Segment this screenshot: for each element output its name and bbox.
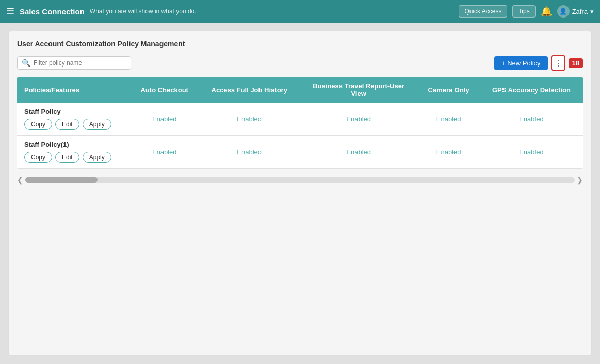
user-chevron-icon: ▾ xyxy=(590,8,594,15)
col-access-full-job-history: Access Full Job History xyxy=(199,77,300,103)
page-title: User Account Customization Policy Manage… xyxy=(17,40,583,48)
policy-value-cell: Enabled xyxy=(480,136,583,169)
col-auto-checkout: Auto Checkout xyxy=(130,77,199,103)
new-policy-button[interactable]: + New Policy xyxy=(494,56,548,70)
toolbar-right: + New Policy ⋮ 18 xyxy=(494,55,583,71)
main-wrapper: User Account Customization Policy Manage… xyxy=(0,23,600,364)
edit-button[interactable]: Edit xyxy=(55,119,79,130)
user-name: Zafra xyxy=(572,8,588,15)
horizontal-scrollbar: ❮ ❯ xyxy=(17,174,583,186)
table-row: Staff Policy(1)CopyEditApplyEnabledEnabl… xyxy=(17,136,583,169)
scroll-left-icon[interactable]: ❮ xyxy=(17,176,23,184)
tips-button[interactable]: Tips xyxy=(512,5,535,18)
col-gps-accuracy-detection: GPS Accuracy Detection xyxy=(480,77,583,103)
table-row: Staff PolicyCopyEditApplyEnabledEnabledE… xyxy=(17,103,583,136)
scroll-track[interactable] xyxy=(25,177,575,183)
menu-icon[interactable]: ☰ xyxy=(6,6,14,17)
policy-name-cell: Staff Policy(1)CopyEditApply xyxy=(17,136,130,169)
page-card: User Account Customization Policy Manage… xyxy=(8,31,592,356)
scroll-right-icon[interactable]: ❯ xyxy=(577,176,583,184)
quick-access-button[interactable]: Quick Access xyxy=(459,5,507,18)
policy-value-cell: Enabled xyxy=(480,103,583,136)
search-icon: 🔍 xyxy=(22,59,30,67)
policy-value-cell: Enabled xyxy=(418,103,480,136)
col-business-travel-report: Business Travel Report-UserView xyxy=(300,77,418,103)
policy-table: Policies/Features Auto Checkout Access F… xyxy=(17,77,583,169)
policy-value-cell: Enabled xyxy=(199,103,300,136)
table-header-row: Policies/Features Auto Checkout Access F… xyxy=(17,77,583,103)
scroll-thumb xyxy=(25,177,98,183)
col-policies-features: Policies/Features xyxy=(17,77,130,103)
more-options-button[interactable]: ⋮ xyxy=(551,55,565,71)
action-button-group: CopyEditApply xyxy=(24,119,123,130)
policy-value-cell: Enabled xyxy=(300,103,418,136)
copy-button[interactable]: Copy xyxy=(24,119,52,130)
user-menu[interactable]: 👤 Zafra ▾ xyxy=(557,5,594,18)
policy-name-label: Staff Policy xyxy=(24,108,123,115)
nav-tagline: What you are will show in what you do. xyxy=(90,8,454,15)
edit-button[interactable]: Edit xyxy=(55,152,79,163)
top-navigation: ☰ Sales Connection What you are will sho… xyxy=(0,0,600,23)
nav-right-section: Quick Access Tips 🔔 👤 Zafra ▾ xyxy=(459,5,594,18)
count-badge: 18 xyxy=(569,58,583,68)
policy-value-cell: Enabled xyxy=(300,136,418,169)
table-wrapper: Policies/Features Auto Checkout Access F… xyxy=(17,77,583,169)
policy-value-cell: Enabled xyxy=(130,136,199,169)
user-avatar: 👤 xyxy=(557,5,570,18)
copy-button[interactable]: Copy xyxy=(24,152,52,163)
policy-name-label: Staff Policy(1) xyxy=(24,141,123,148)
brand-name: Sales Connection xyxy=(20,7,85,16)
bell-icon[interactable]: 🔔 xyxy=(541,6,552,17)
policy-value-cell: Enabled xyxy=(199,136,300,169)
apply-button[interactable]: Apply xyxy=(83,152,111,163)
policy-value-cell: Enabled xyxy=(130,103,199,136)
toolbar: 🔍 + New Policy ⋮ 18 xyxy=(17,55,583,71)
policy-name-cell: Staff PolicyCopyEditApply xyxy=(17,103,130,136)
action-button-group: CopyEditApply xyxy=(24,152,123,163)
policy-value-cell: Enabled xyxy=(418,136,480,169)
search-input[interactable] xyxy=(34,59,126,67)
col-camera-only: Camera Only xyxy=(418,77,480,103)
search-box: 🔍 xyxy=(17,56,131,70)
apply-button[interactable]: Apply xyxy=(83,119,111,130)
